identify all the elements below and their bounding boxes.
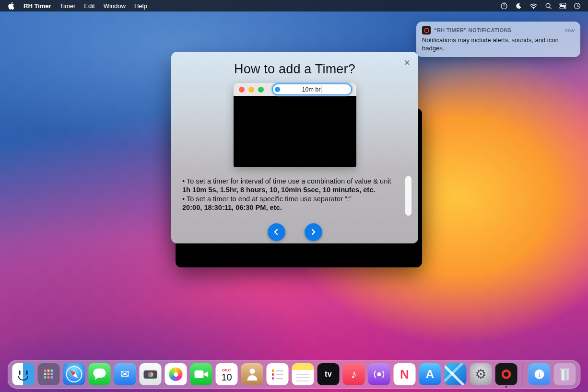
instruction-line: • To set a timer for interval of time us… — [182, 177, 404, 185]
dock: ✉ DEC 10 tv ♪ N A ⚙ ↓ — [8, 360, 581, 389]
dock-item-photos[interactable] — [165, 363, 187, 385]
demo-titlebar: 10m br — [234, 83, 356, 96]
prev-button[interactable] — [268, 223, 285, 241]
demo-mini-window: 10m br — [234, 83, 356, 167]
timer-menu-icon[interactable] — [500, 2, 508, 10]
traffic-zoom-icon — [258, 87, 264, 92]
rh-timer-app-icon — [422, 26, 431, 35]
apple-menu[interactable] — [0, 2, 19, 10]
instruction-line: 1h 10m 5s, 1.5hr, 8 hours, 10, 10min 5se… — [182, 185, 404, 194]
tutorial-dialog: × How to add a Timer? 10m br • To set a … — [171, 52, 418, 243]
dock-item-calendar[interactable]: DEC 10 — [216, 363, 238, 385]
dock-item-finder[interactable] — [12, 363, 35, 385]
next-button[interactable] — [305, 223, 322, 241]
menu-bar: RH Timer Timer Edit Window Help — [0, 0, 588, 12]
tutorial-nav — [171, 223, 418, 241]
mail-icon: ✉ — [120, 368, 129, 380]
music-note-icon: ♪ — [351, 368, 357, 381]
dialog-title: How to add a Timer? — [171, 52, 418, 77]
news-icon: N — [400, 367, 409, 382]
dock-item-messages[interactable] — [89, 363, 111, 385]
dialog-scrollbar-thumb[interactable] — [405, 176, 412, 216]
notification-time: now — [565, 27, 575, 33]
menu-help[interactable]: Help — [130, 2, 152, 10]
clock-icon[interactable] — [574, 2, 581, 10]
apple-logo-icon — [8, 2, 14, 10]
dock-item-mail[interactable]: ✉ — [114, 363, 136, 385]
notification-banner[interactable]: “RH TIMER” NOTIFICATIONS now Notificatio… — [416, 22, 580, 57]
dock-item-app-store[interactable]: A — [419, 363, 441, 385]
close-icon[interactable]: × — [404, 58, 410, 68]
dock-item-rh-timer[interactable] — [495, 363, 517, 385]
demo-video-area — [234, 96, 356, 167]
dock-item-photo-booth[interactable] — [140, 363, 162, 385]
demo-input-value: 10m br — [302, 86, 321, 93]
menu-edit[interactable]: Edit — [80, 2, 99, 10]
dock-item-downloads[interactable]: ↓ — [529, 363, 551, 385]
traffic-close-icon — [239, 87, 245, 92]
dock-item-news[interactable]: N — [394, 363, 416, 385]
desktop-wallpaper[interactable]: RH Timer Timer Edit Window Help — [0, 0, 588, 392]
timer-dot-icon — [275, 87, 280, 92]
notification-title: “RH TIMER” NOTIFICATIONS — [434, 27, 512, 33]
control-center-icon[interactable] — [559, 2, 566, 10]
dock-item-trash[interactable] — [554, 363, 576, 385]
dock-separator — [523, 363, 523, 386]
menu-app-name[interactable]: RH Timer — [19, 2, 56, 10]
dock-item-launchpad[interactable] — [38, 363, 60, 385]
chevron-right-icon — [308, 227, 318, 237]
app-store-icon: A — [426, 368, 434, 381]
dock-item-safari[interactable] — [63, 363, 85, 385]
traffic-minimize-icon — [248, 87, 254, 92]
dock-item-facetime[interactable] — [190, 363, 212, 385]
dock-item-music[interactable]: ♪ — [343, 363, 365, 385]
instructions-block: • To set a timer for interval of time us… — [182, 177, 404, 212]
do-not-disturb-icon[interactable] — [515, 2, 522, 10]
dock-item-podcasts[interactable] — [368, 363, 390, 385]
download-arrow-icon: ↓ — [535, 369, 544, 379]
menu-window[interactable]: Window — [99, 2, 130, 10]
dock-item-tv[interactable]: tv — [318, 363, 340, 385]
instruction-line: 20:00, 18:30:11, 06:30 PM, etc. — [182, 203, 404, 212]
text-caret — [321, 86, 321, 92]
notification-body: Notifications may include alerts, sounds… — [422, 36, 575, 52]
dock-item-system-preferences[interactable]: ⚙ — [470, 363, 492, 385]
gear-icon: ⚙ — [475, 367, 486, 382]
dock-item-contacts[interactable] — [241, 363, 263, 385]
dock-item-notes[interactable] — [292, 363, 314, 385]
dock-item-reminders[interactable] — [267, 363, 289, 385]
menu-timer[interactable]: Timer — [56, 2, 80, 10]
wifi-icon[interactable] — [529, 3, 538, 9]
tv-icon: tv — [325, 370, 332, 379]
spotlight-icon[interactable] — [545, 2, 552, 10]
instruction-line: • To set a timer to end at specific time… — [182, 195, 404, 203]
chevron-left-icon — [271, 227, 281, 237]
dock-item-maps[interactable] — [445, 363, 467, 385]
running-indicator — [506, 386, 507, 388]
demo-timer-input: 10m br — [272, 83, 352, 95]
calendar-day-label: 10 — [221, 372, 232, 382]
